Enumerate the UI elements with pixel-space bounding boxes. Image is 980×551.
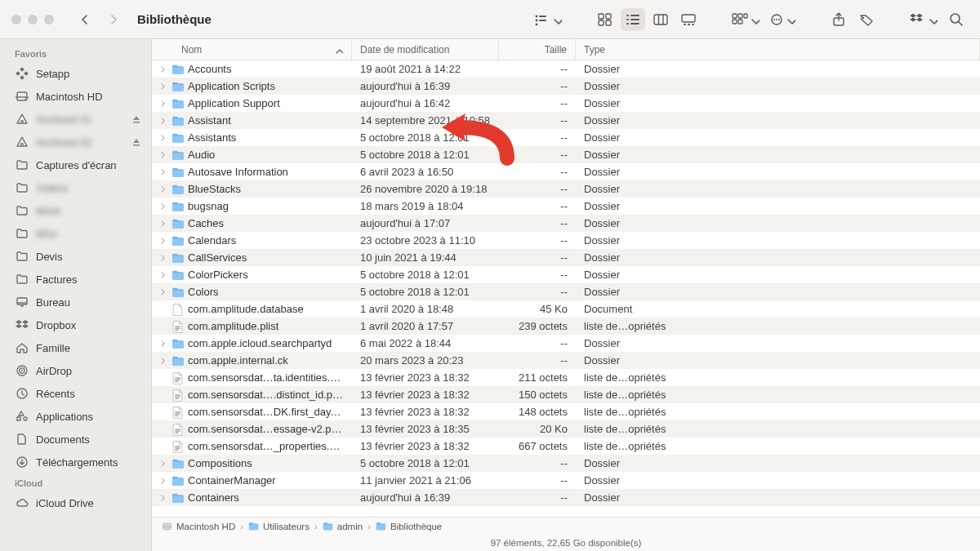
svg-rect-28 bbox=[733, 20, 737, 24]
tags-button[interactable] bbox=[854, 8, 879, 31]
table-row[interactable]: ContainerManager11 janvier 2021 à 21:06-… bbox=[152, 472, 980, 489]
disclosure-icon[interactable] bbox=[158, 356, 168, 366]
disclosure-icon[interactable] bbox=[158, 150, 168, 160]
minimize-icon[interactable] bbox=[28, 15, 38, 24]
sidebar-item[interactable]: Bureau bbox=[0, 291, 151, 313]
sidebar-item[interactable]: Dropbox bbox=[0, 313, 151, 336]
search-button[interactable] bbox=[944, 8, 969, 31]
table-row[interactable]: BlueStacks26 novembre 2020 à 19:18--Doss… bbox=[152, 180, 980, 198]
sidebar-item[interactable]: Setapp bbox=[0, 62, 151, 85]
sidebar-item[interactable]: Vidéos bbox=[0, 176, 151, 199]
disclosure-icon[interactable] bbox=[158, 253, 168, 263]
disclosure-icon[interactable] bbox=[158, 459, 168, 469]
disclosure-icon[interactable] bbox=[158, 184, 168, 194]
table-row[interactable]: Autosave Information6 avril 2023 à 16:50… bbox=[152, 163, 980, 180]
back-button[interactable] bbox=[74, 8, 96, 31]
file-date: 19 août 2021 à 14:22 bbox=[352, 63, 499, 75]
table-row[interactable]: Assistant14 septembre 2021 à 10:58--Doss… bbox=[152, 112, 980, 129]
disclosure-icon[interactable] bbox=[158, 236, 168, 246]
sidebar-item[interactable]: Work bbox=[0, 199, 151, 222]
column-date[interactable]: Date de modification bbox=[352, 39, 499, 60]
view-columns-button[interactable] bbox=[648, 8, 673, 31]
table-row[interactable]: bugsnag18 mars 2019 à 18:04--Dossier bbox=[152, 198, 980, 215]
table-row[interactable]: com.sensorsdat…DK.first_day.plist13 févr… bbox=[152, 403, 980, 420]
breadcrumb[interactable]: Utilisateurs bbox=[248, 521, 310, 532]
table-row[interactable]: Colors5 octobre 2018 à 12:01--Dossier bbox=[152, 283, 980, 300]
disclosure-icon[interactable] bbox=[158, 64, 168, 74]
svg-rect-18 bbox=[654, 15, 667, 24]
breadcrumb[interactable]: Bibliothèque bbox=[376, 521, 442, 532]
disclosure-icon[interactable] bbox=[158, 219, 168, 229]
disclosure-icon[interactable] bbox=[158, 476, 168, 486]
disclosure-icon[interactable] bbox=[158, 99, 168, 109]
column-name[interactable]: Nom bbox=[152, 39, 352, 60]
sidebar-item[interactable]: Captures d'écran bbox=[0, 153, 151, 176]
svg-point-5 bbox=[536, 19, 538, 21]
sidebar-item[interactable]: Misc bbox=[0, 222, 151, 245]
table-row[interactable]: com.sensorsdat….distinct_id.plist13 févr… bbox=[152, 386, 980, 403]
table-row[interactable]: com.apple.icloud.searchpartyd6 mai 2022 … bbox=[152, 335, 980, 352]
sidebar-item[interactable]: Documents bbox=[0, 428, 151, 451]
group-by-button[interactable] bbox=[531, 8, 565, 31]
forward-button[interactable] bbox=[103, 8, 126, 31]
table-row[interactable]: Application Scriptsaujourd'hui à 16:39--… bbox=[152, 78, 980, 95]
table-row[interactable]: com.sensorsdat…_properties.plist13 févri… bbox=[152, 438, 980, 455]
view-list-button[interactable] bbox=[621, 8, 645, 31]
zoom-icon[interactable] bbox=[44, 15, 54, 24]
table-row[interactable]: CallServices10 juin 2021 à 19:44--Dossie… bbox=[152, 249, 980, 266]
arrange-button[interactable] bbox=[728, 8, 763, 31]
table-row[interactable]: com.amplitude.database1 avril 2020 à 18:… bbox=[152, 300, 980, 318]
file-name: Autosave Information bbox=[188, 166, 288, 178]
sidebar-item[interactable]: Applications bbox=[0, 405, 151, 428]
sidebar-item[interactable]: Macintosh HD bbox=[0, 85, 151, 108]
dropbox-button[interactable] bbox=[906, 8, 941, 31]
table-row[interactable]: Cachesaujourd'hui à 17:07--Dossier bbox=[152, 215, 980, 232]
view-icons-button[interactable] bbox=[593, 8, 617, 31]
table-row[interactable]: Application Supportaujourd'hui à 16:42--… bbox=[152, 95, 980, 112]
table-row[interactable]: com.sensorsdat…essage-v2.plist13 février… bbox=[152, 420, 980, 438]
disclosure-icon[interactable] bbox=[158, 339, 168, 349]
breadcrumb[interactable]: Macintosh HD bbox=[162, 521, 235, 532]
table-row[interactable]: Audio5 octobre 2018 à 12:01--Dossier bbox=[152, 146, 980, 163]
sidebar-item[interactable]: Archived 02 bbox=[0, 131, 151, 153]
close-icon[interactable] bbox=[11, 15, 21, 24]
sidebar-item[interactable]: Téléchargements bbox=[0, 451, 151, 473]
sidebar-item[interactable]: AirDrop bbox=[0, 359, 151, 382]
table-row[interactable]: Calendars23 octobre 2023 à 11:10--Dossie… bbox=[152, 232, 980, 249]
sidebar-item[interactable]: Archived 01 bbox=[0, 108, 151, 131]
disclosure-icon[interactable] bbox=[158, 82, 168, 91]
disclosure-icon[interactable] bbox=[158, 202, 168, 211]
sidebar-item[interactable]: Famille bbox=[0, 336, 151, 359]
view-gallery-button[interactable] bbox=[676, 8, 701, 31]
column-size[interactable]: Taille bbox=[499, 39, 576, 60]
table-row[interactable]: Assistants5 octobre 2018 à 12:01--Dossie… bbox=[152, 129, 980, 146]
sidebar-item[interactable]: Devis bbox=[0, 245, 151, 268]
table-row[interactable]: ColorPickers5 octobre 2018 à 12:01--Doss… bbox=[152, 266, 980, 283]
sidebar-item[interactable]: Récents bbox=[0, 382, 151, 405]
disclosure-icon[interactable] bbox=[158, 493, 168, 503]
breadcrumb[interactable]: admin bbox=[323, 521, 363, 532]
table-row[interactable]: Compositions5 octobre 2018 à 12:01--Doss… bbox=[152, 455, 980, 472]
disclosure-icon[interactable] bbox=[158, 116, 168, 126]
table-row[interactable]: Accounts19 août 2021 à 14:22--Dossier bbox=[152, 60, 980, 78]
file-type: liste de…opriétés bbox=[576, 423, 980, 435]
eject-icon[interactable] bbox=[131, 137, 141, 147]
share-button[interactable] bbox=[826, 8, 851, 31]
file-size: -- bbox=[499, 354, 576, 367]
table-row[interactable]: Containersaujourd'hui à 16:39--Dossier bbox=[152, 489, 980, 506]
table-row[interactable]: com.amplitude.plist1 avril 2020 à 17:572… bbox=[152, 318, 980, 335]
disclosure-icon[interactable] bbox=[158, 287, 168, 297]
sidebar-item[interactable]: Factures bbox=[0, 268, 151, 291]
eject-icon[interactable] bbox=[131, 114, 141, 124]
folder-icon bbox=[172, 474, 185, 487]
file-name: com.sensorsdat…_properties.plist bbox=[188, 440, 344, 452]
table-row[interactable]: com.sensorsdat…ta.identities.plist13 fév… bbox=[152, 369, 980, 386]
action-menu-button[interactable] bbox=[766, 8, 799, 31]
disclosure-icon[interactable] bbox=[158, 133, 168, 143]
disclosure-icon[interactable] bbox=[158, 270, 168, 280]
table-row[interactable]: com.apple.internal.ck20 mars 2023 à 20:2… bbox=[152, 352, 980, 369]
sidebar-item[interactable]: iCloud Drive bbox=[0, 491, 151, 514]
column-type[interactable]: Type bbox=[576, 39, 980, 60]
file-size: -- bbox=[499, 63, 576, 75]
disclosure-icon[interactable] bbox=[158, 167, 168, 177]
